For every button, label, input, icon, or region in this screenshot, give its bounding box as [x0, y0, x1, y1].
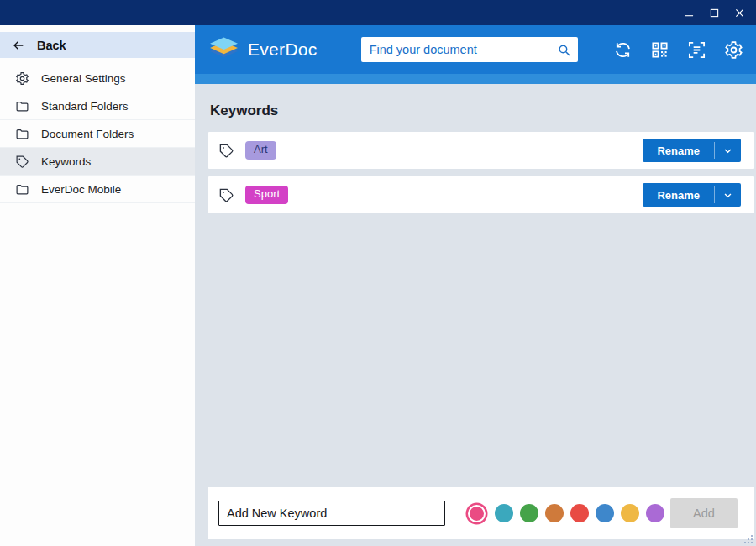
- scan-icon[interactable]: [686, 39, 707, 60]
- minimize-icon: [685, 8, 694, 18]
- chevron-down-icon[interactable]: [715, 139, 741, 162]
- maximize-button[interactable]: [704, 3, 724, 23]
- color-swatch-selected[interactable]: [468, 505, 486, 522]
- color-swatch[interactable]: [646, 504, 664, 522]
- tag-icon: [218, 187, 234, 203]
- search-box: [361, 37, 578, 62]
- add-button[interactable]: Add: [670, 498, 738, 528]
- sidebar-item-label: Document Folders: [41, 128, 134, 140]
- sidebar-menu: General Settings Standard Folders Docume…: [0, 65, 195, 203]
- color-swatches: [465, 504, 664, 522]
- color-swatch[interactable]: [596, 504, 614, 522]
- back-arrow-icon: [12, 39, 25, 52]
- folder-icon: [15, 182, 29, 197]
- sidebar-item-everdoc-mobile[interactable]: EverDoc Mobile: [0, 176, 195, 203]
- keywords-panel: Keywords Art Rename Sport: [195, 84, 756, 546]
- color-swatch[interactable]: [520, 504, 538, 522]
- close-icon: [735, 8, 744, 18]
- rename-button-label: Rename: [643, 139, 714, 162]
- sidebar-item-keywords[interactable]: Keywords: [0, 148, 195, 176]
- color-swatch[interactable]: [495, 504, 513, 522]
- qr-code-icon[interactable]: [649, 39, 670, 60]
- sidebar-item-label: General Settings: [41, 72, 126, 85]
- color-swatch[interactable]: [545, 504, 564, 522]
- keyword-row: Sport Rename: [208, 176, 754, 213]
- keyword-badge: Sport: [245, 186, 288, 203]
- color-swatch[interactable]: [570, 504, 589, 522]
- keyword-badge: Art: [245, 141, 276, 159]
- new-keyword-input[interactable]: [218, 501, 445, 526]
- back-label: Back: [37, 39, 66, 52]
- main-area: EverDoc: [195, 25, 756, 546]
- rename-button[interactable]: Rename: [643, 183, 741, 207]
- chevron-down-icon[interactable]: [715, 183, 741, 207]
- rename-button[interactable]: Rename: [643, 139, 741, 162]
- maximize-icon: [710, 8, 719, 18]
- tag-icon: [218, 143, 234, 159]
- search-input[interactable]: [370, 43, 557, 56]
- page-title: Keywords: [210, 102, 754, 119]
- sidebar-item-label: EverDoc Mobile: [41, 183, 121, 196]
- everdoc-window: Back General Settings Standard Folders D…: [0, 0, 756, 546]
- folder-icon: [15, 99, 29, 113]
- search-icon[interactable]: [557, 43, 571, 57]
- sidebar-item-label: Keywords: [41, 155, 91, 168]
- sidebar-item-document-folders[interactable]: Document Folders: [0, 120, 195, 148]
- close-button[interactable]: [729, 3, 749, 23]
- sidebar: Back General Settings Standard Folders D…: [0, 25, 195, 546]
- color-swatch[interactable]: [621, 504, 639, 522]
- minimize-button[interactable]: [679, 3, 699, 23]
- back-button[interactable]: Back: [0, 32, 195, 58]
- everdoc-logo-icon: [208, 37, 239, 62]
- header-strip: [195, 74, 756, 84]
- add-keyword-bar: Add: [208, 487, 754, 539]
- gear-icon: [15, 71, 29, 86]
- app-header: EverDoc: [195, 25, 756, 74]
- sidebar-item-label: Standard Folders: [41, 100, 129, 113]
- tag-icon: [15, 155, 29, 169]
- titlebar: [0, 0, 756, 25]
- keyword-row: Art Rename: [208, 132, 754, 169]
- app-name: EverDoc: [248, 39, 318, 60]
- sidebar-item-standard-folders[interactable]: Standard Folders: [0, 92, 195, 120]
- resize-grip[interactable]: [743, 534, 753, 544]
- settings-gear-icon[interactable]: [723, 39, 744, 60]
- sync-icon[interactable]: [612, 39, 633, 60]
- rename-button-label: Rename: [643, 183, 714, 207]
- header-icons: [612, 39, 744, 60]
- sidebar-item-general-settings[interactable]: General Settings: [0, 65, 195, 92]
- folder-icon: [15, 127, 29, 141]
